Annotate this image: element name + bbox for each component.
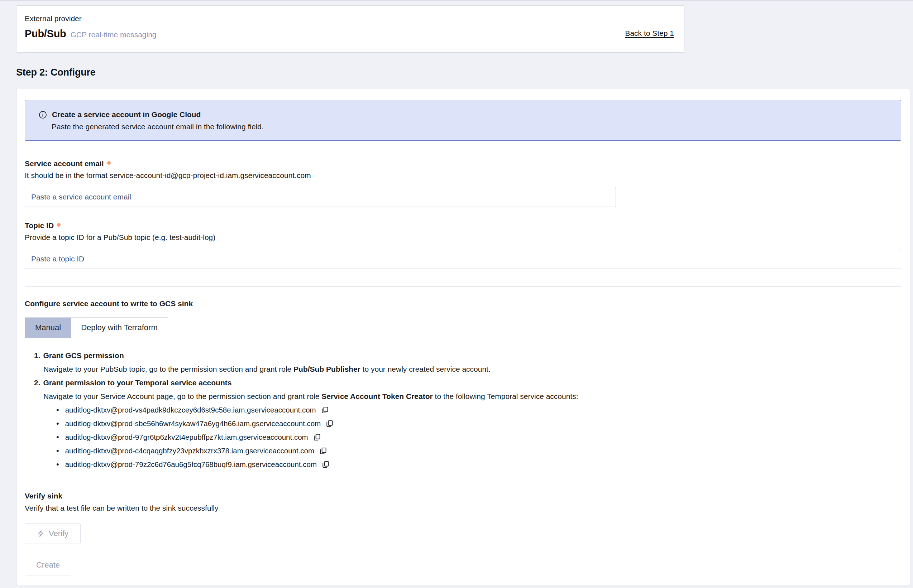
- provider-name: Pub/Sub: [25, 28, 66, 40]
- info-alert-title: Create a service account in Google Cloud: [52, 108, 201, 121]
- tab-manual[interactable]: Manual: [25, 318, 71, 338]
- provider-header-card: External provider Pub/Sub GCP real-time …: [16, 5, 685, 53]
- service-account-email: auditlog-dktxv@prod-97gr6tp6zkv2t4epubff…: [65, 430, 308, 444]
- list-item: auditlog-dktxv@prod-c4cqaqgbfzy23vpzkbxz…: [56, 444, 901, 458]
- section-divider: [25, 286, 901, 286]
- topic-id-hint: Provide a topic ID for a Pub/Sub topic (…: [25, 233, 901, 242]
- list-item: auditlog-dktxv@prod-sbe56h6wr4sykaw47a6y…: [56, 417, 901, 430]
- step-1-body-suffix: to your newly created service account.: [361, 365, 490, 373]
- step-2-role-name: Service Account Token Creator: [321, 392, 432, 401]
- create-button[interactable]: Create: [25, 555, 71, 575]
- step-grant-temporal-permission: 2. Grant permission to your Temporal ser…: [34, 376, 901, 471]
- step-grant-gcs-permission: 1. Grant GCS permission Navigate to your…: [34, 349, 901, 376]
- provider-subtitle: GCP real-time messaging: [71, 31, 157, 39]
- step-2-body-suffix: to the following Temporal service accoun…: [433, 392, 578, 401]
- step-1-title: Grant GCS permission: [43, 349, 124, 362]
- step-1-number: 1.: [34, 349, 40, 362]
- section-divider: [25, 480, 901, 480]
- provider-info: External provider Pub/Sub GCP real-time …: [25, 15, 157, 52]
- list-item: auditlog-dktxv@prod-79z2c6d76au6g5fcq768…: [56, 458, 901, 471]
- copy-icon[interactable]: [319, 447, 327, 455]
- service-account-email: auditlog-dktxv@prod-79z2c6d76au6g5fcq768…: [65, 458, 317, 471]
- lightning-bolt-icon: [37, 530, 44, 538]
- page: External provider Pub/Sub GCP real-time …: [0, 1, 913, 585]
- copy-icon[interactable]: [313, 433, 321, 441]
- topic-id-label: Topic ID: [25, 221, 54, 230]
- step-2-title: Grant permission to your Temporal servic…: [43, 376, 232, 389]
- step-1-body: Navigate to your PubSub topic, go to the…: [43, 362, 901, 376]
- copy-icon[interactable]: [321, 406, 329, 414]
- temporal-service-account-list: auditlog-dktxv@prod-vs4padk9dkczcey6d6st…: [56, 403, 901, 471]
- service-account-email-input[interactable]: [25, 187, 616, 207]
- copy-icon[interactable]: [321, 460, 330, 469]
- manual-steps-list: 1. Grant GCS permission Navigate to your…: [34, 349, 901, 471]
- back-to-step-1-link[interactable]: Back to Step 1: [625, 29, 674, 37]
- page-title: Step 2: Configure: [16, 67, 910, 78]
- list-item: auditlog-dktxv@prod-vs4padk9dkczcey6d6st…: [56, 403, 901, 417]
- service-account-email-hint: It should be in the format service-accou…: [25, 171, 901, 180]
- info-alert-title-row: Create a service account in Google Cloud: [38, 108, 887, 121]
- info-icon: [38, 110, 47, 119]
- provider-row: Pub/Sub GCP real-time messaging: [25, 28, 157, 40]
- verify-sink-title: Verify sink: [25, 492, 901, 500]
- service-account-email: auditlog-dktxv@prod-c4cqaqgbfzy23vpzkbxz…: [65, 444, 314, 458]
- info-alert-body: Paste the generated service account emai…: [52, 121, 887, 133]
- info-alert: Create a service account in Google Cloud…: [25, 100, 901, 141]
- provider-eyebrow: External provider: [25, 15, 157, 23]
- create-button-label: Create: [36, 561, 60, 570]
- step-1-body-prefix: Navigate to your PubSub topic, go to the…: [43, 365, 293, 373]
- step-2-body: Navigate to your Service Account page, g…: [43, 389, 901, 403]
- verify-button-label: Verify: [49, 529, 68, 538]
- configure-tabs: Manual Deploy with Terraform: [25, 317, 168, 338]
- verify-button[interactable]: Verify: [25, 523, 81, 544]
- step-1-heading: 1. Grant GCS permission: [34, 349, 901, 362]
- required-dot-icon: [57, 223, 61, 227]
- verify-sink-subtitle: Verify that a test file can be written t…: [25, 504, 901, 512]
- configure-card: Create a service account in Google Cloud…: [16, 89, 910, 585]
- configure-section-title: Configure service account to write to GC…: [25, 299, 901, 308]
- topic-id-label-row: Topic ID: [25, 221, 901, 230]
- tab-deploy-with-terraform[interactable]: Deploy with Terraform: [71, 318, 168, 338]
- step-2-heading: 2. Grant permission to your Temporal ser…: [34, 376, 901, 389]
- service-account-email-label-row: Service account email: [25, 159, 901, 168]
- service-account-email: auditlog-dktxv@prod-sbe56h6wr4sykaw47a6y…: [65, 417, 321, 430]
- copy-icon[interactable]: [325, 419, 333, 428]
- step-2-number: 2.: [34, 376, 40, 389]
- topic-id-input[interactable]: [25, 249, 901, 269]
- service-account-email-label: Service account email: [25, 159, 104, 168]
- step-1-role-name: Pub/Sub Publisher: [293, 365, 361, 373]
- list-item: auditlog-dktxv@prod-97gr6tp6zkv2t4epubff…: [56, 430, 901, 444]
- required-dot-icon: [107, 161, 111, 165]
- step-2-body-prefix: Navigate to your Service Account page, g…: [43, 392, 321, 401]
- service-account-email: auditlog-dktxv@prod-vs4padk9dkczcey6d6st…: [65, 403, 316, 417]
